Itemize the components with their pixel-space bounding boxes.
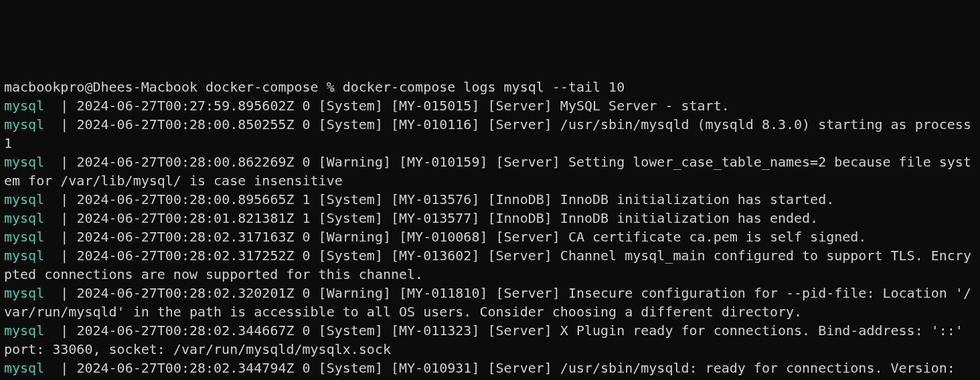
log-message: 2024-06-27T00:28:00.850255Z 0 [System] [… — [4, 116, 979, 151]
service-name: mysql — [4, 210, 44, 226]
log-message: 2024-06-27T00:28:02.317163Z 0 [Warning] … — [76, 229, 866, 245]
log-message: 2024-06-27T00:28:02.320201Z 0 [Warning] … — [4, 285, 971, 320]
log-message: 2024-06-27T00:28:00.862269Z 0 [Warning] … — [4, 154, 971, 189]
log-separator: | — [44, 248, 76, 264]
log-separator: | — [44, 98, 76, 114]
log-line: mysql | 2024-06-27T00:28:02.344667Z 0 [S… — [4, 321, 976, 359]
prompt-command: docker-compose logs mysql --tail 10 — [343, 79, 625, 95]
terminal-output[interactable]: macbookpro@Dhees-Macbook docker-compose … — [4, 78, 976, 380]
log-message: 2024-06-27T00:28:00.895665Z 1 [System] [… — [76, 191, 834, 207]
log-message: 2024-06-27T00:28:02.317252Z 0 [System] [… — [4, 248, 971, 282]
service-name: mysql — [4, 191, 44, 207]
log-message: 2024-06-27T00:28:01.821381Z 1 [System] [… — [76, 210, 818, 226]
service-name: mysql — [4, 229, 44, 245]
log-separator: | — [44, 154, 76, 170]
log-message: 2024-06-27T00:27:59.895602Z 0 [System] [… — [76, 98, 729, 114]
log-message: 2024-06-27T00:28:02.344667Z 0 [System] [… — [4, 322, 971, 357]
log-separator: | — [44, 360, 76, 376]
log-separator: | — [44, 322, 76, 339]
log-line: mysql | 2024-06-27T00:28:02.320201Z 0 [W… — [4, 284, 976, 321]
log-separator: | — [44, 191, 76, 207]
service-name: mysql — [4, 116, 44, 132]
service-name: mysql — [4, 322, 44, 339]
prompt-separator: % — [327, 79, 335, 95]
log-line: mysql | 2024-06-27T00:28:02.317163Z 0 [W… — [4, 227, 976, 246]
log-separator: | — [44, 210, 76, 226]
log-line: mysql | 2024-06-27T00:28:02.344794Z 0 [S… — [4, 359, 976, 380]
prompt-user-host: macbookpro@Dhees-Macbook — [4, 79, 197, 95]
service-name: mysql — [4, 248, 44, 264]
log-message: 2024-06-27T00:28:02.344794Z 0 [System] [… — [4, 360, 963, 380]
log-line: mysql | 2024-06-27T00:28:02.317252Z 0 [S… — [4, 246, 976, 284]
service-name: mysql — [4, 98, 44, 114]
log-separator: | — [44, 116, 76, 132]
log-line: mysql | 2024-06-27T00:28:01.821381Z 1 [S… — [4, 209, 976, 227]
log-separator: | — [44, 229, 76, 245]
log-line: mysql | 2024-06-27T00:28:00.850255Z 0 [S… — [4, 115, 976, 153]
log-line: mysql | 2024-06-27T00:27:59.895602Z 0 [S… — [4, 96, 976, 115]
prompt-cwd: docker-compose — [206, 79, 319, 95]
service-name: mysql — [4, 285, 44, 301]
log-line: mysql | 2024-06-27T00:28:00.895665Z 1 [S… — [4, 190, 976, 209]
service-name: mysql — [4, 154, 44, 170]
prompt-line: macbookpro@Dhees-Macbook docker-compose … — [4, 78, 976, 96]
log-separator: | — [44, 285, 76, 301]
service-name: mysql — [4, 360, 44, 376]
log-line: mysql | 2024-06-27T00:28:00.862269Z 0 [W… — [4, 153, 976, 190]
